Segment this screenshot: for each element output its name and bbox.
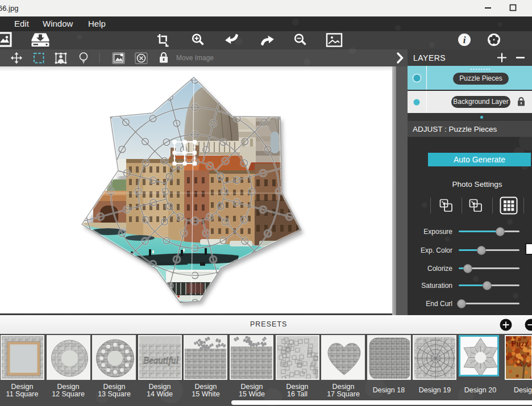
svg-text:i: i — [463, 35, 466, 45]
svg-text:Puzz: Puzz — [511, 339, 529, 348]
svg-text:Beautiful: Beautiful — [143, 355, 179, 366]
